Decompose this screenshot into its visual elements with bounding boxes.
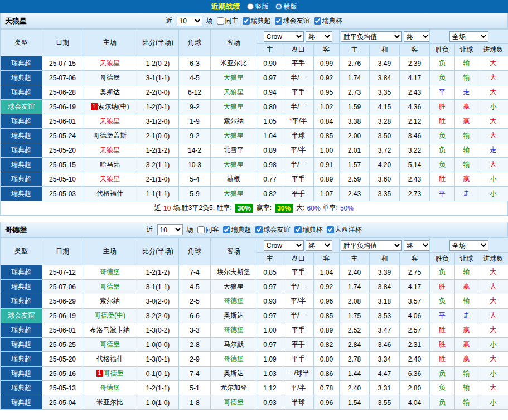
avg-away-cell: 4.17 — [400, 280, 430, 294]
result-goals-cell: 小 — [478, 395, 508, 410]
layout-option-vertical[interactable]: 竖版 — [247, 2, 269, 12]
away-team-cell[interactable]: 尤尔加登 — [211, 381, 257, 395]
score-cell: 2-1(0-0) — [137, 129, 179, 143]
layout-option-horizontal[interactable]: 横版 — [275, 2, 297, 12]
result-goals-cell: 大 — [478, 352, 508, 367]
away-team-cell[interactable]: 奥斯达 — [211, 309, 257, 323]
league-cell: 瑞典超 — [1, 56, 42, 71]
home-team-cell[interactable]: 天狼星 — [83, 56, 137, 71]
avg-odds-select[interactable]: 胜平负均值 — [341, 31, 402, 42]
vertical-layout-radio[interactable] — [247, 3, 254, 10]
score-cell: 2-2(0-0) — [137, 85, 179, 100]
horizontal-layout-radio[interactable] — [275, 3, 282, 10]
filter-checkbox-0[interactable] — [217, 17, 224, 25]
bookmaker-select[interactable]: Crow — [264, 31, 304, 42]
match-count-select[interactable]: 10 — [157, 224, 183, 235]
away-team-cell[interactable]: 天狼星 — [211, 85, 257, 100]
home-team-cell[interactable]: 代格福什 — [83, 352, 137, 367]
avg-stage-select[interactable]: 终 — [404, 240, 429, 251]
filter-checkbox-2[interactable] — [275, 17, 282, 25]
avg-draw-cell: 3.28 — [370, 114, 400, 129]
odds-away-cell: 0.84 — [314, 114, 340, 129]
filter-checkbox-2[interactable] — [255, 226, 263, 233]
away-team-cell[interactable]: 天狼星 — [211, 71, 257, 85]
bookmaker-select[interactable]: Crow — [264, 240, 304, 251]
match-count-select[interactable]: 10 — [177, 16, 202, 26]
away-team-name: 奥斯达 — [224, 311, 244, 319]
odds-away-cell: 0.96 — [314, 395, 340, 410]
league-cell: 瑞典超 — [1, 85, 42, 100]
home-team-cell[interactable]: 天狼星 — [83, 172, 137, 187]
home-team-cell[interactable]: 代格福什 — [83, 187, 137, 201]
away-team-name: 索尔纳 — [224, 117, 244, 125]
away-team-cell[interactable]: 赫根 — [211, 172, 257, 187]
odds-stage-select[interactable]: 终 — [306, 240, 332, 251]
handicap-cell: 半球 — [283, 395, 314, 410]
home-team-cell[interactable]: 哥德堡(中) — [83, 309, 137, 323]
home-team-cell[interactable]: 哥德堡 — [83, 338, 137, 352]
away-team-cell[interactable]: 北雪平 — [211, 143, 257, 158]
avg-odds-select[interactable]: 胜平负均值 — [341, 240, 402, 251]
filter-checkbox-3[interactable] — [294, 226, 302, 233]
filter-option-0[interactable]: 同主 — [217, 16, 239, 26]
away-team-cell[interactable]: 天狼星 — [211, 187, 257, 201]
avg-draw-cell: 3.39 — [370, 265, 400, 280]
filter-checkbox-4[interactable] — [327, 226, 334, 233]
handicap-cell: 半/一 — [283, 158, 314, 172]
away-team-cell[interactable]: 哥德堡 — [211, 352, 257, 367]
filter-checkbox-3[interactable] — [314, 17, 321, 25]
filter-checkbox-0[interactable] — [197, 226, 205, 233]
filter-option-3[interactable]: 瑞典杯 — [294, 225, 323, 235]
filter-option-3[interactable]: 瑞典杯 — [314, 16, 342, 26]
home-team-cell[interactable]: 哥德堡盖斯 — [83, 129, 137, 143]
subcol-result-handicap: 让球 — [455, 253, 478, 265]
away-team-cell[interactable]: 马尔默 — [211, 338, 257, 352]
home-team-cell[interactable]: 哥德堡 — [83, 71, 137, 85]
odds-away-cell: 1.02 — [314, 100, 340, 114]
away-team-cell[interactable]: 天狼星 — [211, 158, 257, 172]
home-team-cell[interactable]: 1哥德堡 — [83, 367, 137, 381]
corner-cell: 7-4 — [179, 265, 211, 280]
away-team-cell[interactable]: 天狼星 — [211, 280, 257, 294]
away-team-cell[interactable]: 奥斯达 — [211, 367, 257, 381]
avg-home-cell: 2.78 — [340, 352, 370, 367]
avg-draw-cell: 3.47 — [370, 323, 400, 338]
away-team-cell[interactable]: 天狼星 — [211, 100, 257, 114]
avg-stage-select[interactable]: 终 — [404, 31, 429, 42]
filter-option-4[interactable]: 大西洋杯 — [327, 225, 362, 235]
home-team-cell[interactable]: 索尔纳 — [83, 294, 137, 309]
scope-select[interactable]: 全场 — [449, 240, 488, 251]
scope-select[interactable]: 全场 — [449, 31, 488, 42]
home-team-cell[interactable]: 天狼星 — [83, 114, 137, 129]
filter-option-1[interactable]: 瑞典超 — [243, 16, 271, 26]
filter-option-0[interactable]: 同客 — [197, 225, 219, 235]
home-team-cell[interactable]: 哥德堡 — [83, 265, 137, 280]
filter-option-2[interactable]: 球会友谊 — [255, 225, 291, 235]
odds-home-cell: 1.04 — [257, 129, 283, 143]
away-team-cell[interactable]: 索尔纳 — [211, 114, 257, 129]
home-team-cell[interactable]: 哥德堡 — [83, 381, 137, 395]
filter-option-1[interactable]: 瑞典超 — [223, 225, 251, 235]
home-team-cell[interactable]: 1索尔纳(中) — [83, 100, 137, 114]
filter-option-2[interactable]: 球会友谊 — [275, 16, 310, 26]
avg-home-cell: 1.54 — [340, 395, 370, 410]
home-team-cell[interactable]: 米亚尔比 — [83, 395, 137, 410]
away-team-cell[interactable]: 米亚尔比 — [211, 56, 257, 71]
home-team-cell[interactable]: 天狼星 — [83, 143, 137, 158]
odds-home-cell: 0.98 — [257, 158, 283, 172]
score-cell: 3-0(2-0) — [137, 294, 179, 309]
away-team-cell[interactable]: 哥德堡 — [211, 395, 257, 410]
result-handicap-cell: 走 — [455, 309, 478, 323]
filter-checkbox-1[interactable] — [243, 17, 250, 25]
odds-stage-select[interactable]: 终 — [306, 31, 332, 42]
home-team-cell[interactable]: 布洛马波卡纳 — [83, 323, 137, 338]
away-team-cell[interactable]: 哥德堡 — [211, 294, 257, 309]
away-team-cell[interactable]: 埃尔夫斯堡 — [211, 265, 257, 280]
handicap-text: 半/一 — [291, 74, 306, 81]
home-team-cell[interactable]: 哈马比 — [83, 158, 137, 172]
home-team-cell[interactable]: 哥德堡 — [83, 280, 137, 294]
away-team-cell[interactable]: 哥德堡 — [211, 323, 257, 338]
filter-checkbox-1[interactable] — [223, 226, 230, 233]
away-team-cell[interactable]: 天狼星 — [211, 129, 257, 143]
home-team-cell[interactable]: 奥斯达 — [83, 85, 137, 100]
